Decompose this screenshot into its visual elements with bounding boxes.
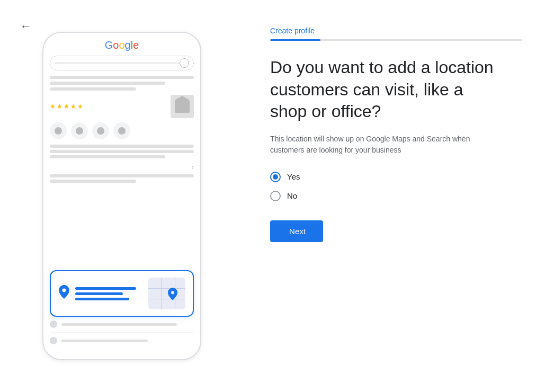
stars: ★ ★ ★ ★ ★ — [50, 103, 83, 110]
location-pin-left-icon — [58, 285, 70, 302]
phone-illustration: Google ★ ★ ★ ★ ★ — [42, 32, 201, 360]
map-pin-icon — [167, 288, 178, 303]
radio-no-outer — [270, 191, 281, 201]
map-area — [148, 278, 185, 309]
radio-yes-label: Yes — [287, 172, 300, 181]
radio-option-no[interactable]: No — [270, 191, 522, 201]
location-card — [50, 270, 194, 317]
store-icon — [171, 95, 194, 118]
tab-label: Create profile — [270, 26, 522, 35]
phone-content: Google ★ ★ ★ ★ ★ — [43, 33, 200, 191]
radio-no-label: No — [287, 191, 297, 200]
radio-yes-outer — [270, 172, 281, 182]
progress-fill — [270, 39, 320, 41]
card-lines — [75, 287, 143, 300]
chevron-right-icon: › — [50, 163, 194, 171]
phone-search-bar — [50, 56, 194, 70]
action-buttons — [50, 122, 194, 139]
content-lines-2 — [50, 174, 194, 183]
radio-group: Yes No — [270, 172, 522, 201]
back-button[interactable]: ← — [16, 16, 35, 37]
description: This location will show up on Google Map… — [270, 133, 471, 156]
progress-bar — [270, 39, 522, 41]
phone-placeholder-lines — [50, 76, 194, 91]
radio-yes-inner — [273, 174, 278, 180]
progress-section: Create profile — [270, 26, 522, 41]
radio-option-yes[interactable]: Yes — [270, 172, 522, 182]
phone-search-icon — [180, 58, 189, 68]
left-panel: ← Google ★ ★ — [0, 0, 244, 392]
right-panel: Create profile Do you want to add a loca… — [244, 0, 554, 392]
content-lines — [50, 145, 194, 158]
rating-row: ★ ★ ★ ★ ★ — [50, 95, 194, 118]
phone-bottom-content — [50, 316, 194, 349]
next-button[interactable]: Next — [270, 220, 323, 242]
google-logo: Google — [50, 39, 194, 51]
main-question: Do you want to add a location customers … — [270, 57, 503, 123]
